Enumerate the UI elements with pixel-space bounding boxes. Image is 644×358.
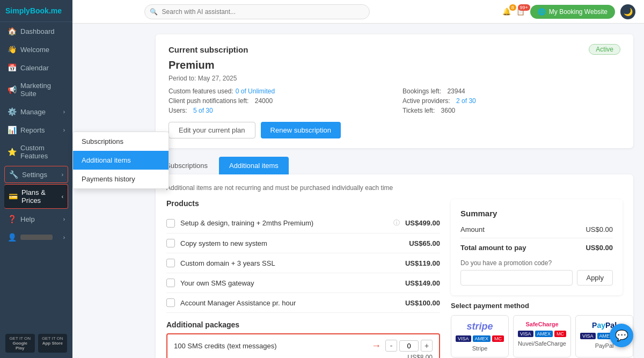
user-icon: 👤 (8, 233, 16, 242)
promo-input[interactable] (460, 270, 573, 286)
providers-stat: Active providers: 2 of 30 (402, 97, 620, 105)
custom-features-value[interactable]: 0 of Unlimited (236, 87, 275, 95)
sidebar-item-custom[interactable]: ⭐ Custom Features (0, 139, 72, 165)
stripe-logo: stripe (467, 321, 493, 332)
product-name-2: Custom domain + 3 years SSL (180, 259, 400, 267)
sidebar-item-label: Reports (20, 126, 45, 134)
product-checkbox-3[interactable] (166, 279, 175, 287)
package-name-0: 100 SMS credits (text messages) (174, 342, 367, 350)
push-notif-stat: Client push notifications left: 24000 (169, 97, 386, 105)
products-title: Products (166, 199, 440, 208)
google-play-badge[interactable]: GET IT ONGoogle Play (5, 334, 35, 353)
amex-icon: AMEX (535, 331, 553, 337)
globe-icon: 🌐 (538, 8, 546, 16)
custom-features-stat: Custom features used: 0 of Unlimited (169, 87, 386, 95)
info-icon-0[interactable]: ⓘ (393, 218, 400, 228)
sidebar-item-calendar[interactable]: 📅 Calendar (0, 59, 72, 77)
bookings-label: Bookings left: (402, 87, 441, 95)
product-price-4: US$100.00 (405, 299, 440, 307)
promo-section: Do you have a promotion code? Apply (460, 259, 613, 286)
payment-safecharge[interactable]: SafeCharge VISA AMEX MC Nuvei/SafeCharge (513, 315, 571, 357)
product-checkbox-0[interactable] (166, 219, 175, 228)
stripe-cards: VISA AMEX MC (456, 335, 504, 342)
tab-content: Additional items are not recurring and m… (156, 174, 633, 358)
dark-mode-toggle[interactable]: 🌙 (620, 4, 635, 19)
my-booking-btn[interactable]: 🌐 My Booking Website (530, 5, 615, 19)
chevron-left-icon: ‹ (62, 194, 63, 200)
messages-icon[interactable]: 📋 99+ (516, 8, 525, 16)
payment-section: Select payment method stripe VISA AMEX M… (451, 302, 623, 358)
users-value[interactable]: 5 of 30 (193, 107, 213, 114)
search-input[interactable] (144, 4, 370, 19)
app-store-badge[interactable]: GET IT ONApp Store (38, 334, 68, 353)
sidebar-item-label: Plans & Prices (21, 188, 57, 204)
sidebar-item-settings[interactable]: 🔧 Settings › (4, 166, 68, 183)
reports-icon: 📊 (8, 126, 16, 134)
bookings-stat: Bookings left: 23944 (402, 87, 620, 95)
sidebar-item-label: Help (20, 215, 35, 223)
manage-icon: ⚙️ (8, 107, 16, 116)
product-checkbox-4[interactable] (166, 298, 175, 307)
product-name-3: Your own SMS gateway (180, 279, 400, 287)
sidebar-footer: GET IT ONGoogle Play GET IT ONApp Store (0, 328, 72, 358)
amount-value: US$0.00 (586, 225, 613, 233)
notification-bell[interactable]: 🔔 8 (502, 8, 511, 16)
product-price-3: US$149.00 (405, 279, 440, 287)
edit-plan-button[interactable]: Edit your current plan (169, 122, 255, 138)
tab-additional-items[interactable]: Additional items (219, 157, 289, 174)
product-checkbox-2[interactable] (166, 259, 175, 267)
sidebar-item-dashboard[interactable]: 🏠 Dashboard (0, 22, 72, 40)
plans-dropdown-menu: Subscriptions Additional items Payments … (72, 131, 169, 189)
amount-label: Amount (460, 225, 485, 233)
sidebar-item-reports[interactable]: 📊 Reports › (0, 121, 72, 139)
dropdown-subscriptions[interactable]: Subscriptions (73, 132, 169, 151)
tabs: Subscriptions Additional items (156, 157, 633, 174)
sidebar-item-label: Welcome (20, 46, 49, 54)
paypal-label: PayPal (595, 342, 614, 349)
qty-input-0[interactable] (399, 340, 419, 352)
custom-icon: ⭐ (8, 148, 16, 156)
logo-text: SimplyBook.me (5, 6, 62, 15)
product-name-4: Account Manager Assistance pr. hour (180, 299, 400, 307)
payment-methods-grid: stripe VISA AMEX MC Stripe SafeCharge (451, 315, 623, 358)
total-label: Total amount to pay (460, 244, 526, 252)
status-badge: Active (589, 44, 620, 55)
plan-period: Period to: May 27, 2025 (169, 75, 620, 82)
product-checkbox-1[interactable] (166, 239, 175, 247)
dropdown-payments-history[interactable]: Payments history (73, 170, 169, 188)
payment-stripe[interactable]: stripe VISA AMEX MC Stripe (451, 315, 509, 357)
product-item: Account Manager Assistance pr. hour US$1… (166, 293, 440, 313)
sidebar-item-marketing[interactable]: 📢 Marketing Suite (0, 77, 72, 103)
sidebar-item-help[interactable]: ❓ Help › (0, 210, 72, 228)
users-label: Users: (169, 107, 187, 114)
apply-button[interactable]: Apply (577, 270, 613, 286)
messages-count: 99+ (518, 4, 530, 11)
package-item-0: 100 SMS credits (text messages) → - + US… (166, 333, 440, 358)
sidebar-item-welcome[interactable]: 👋 Welcome (0, 40, 72, 59)
qty-decrease-btn-0[interactable]: - (385, 340, 397, 352)
logo: SimplyBook.me (0, 0, 72, 22)
promo-label: Do you have a promotion code? (460, 259, 613, 267)
plans-icon: 💳 (9, 192, 17, 201)
renew-subscription-button[interactable]: Renew subscription (261, 122, 341, 138)
topbar-right: 🔔 8 📋 99+ 🌐 My Booking Website 🌙 (502, 4, 635, 19)
payment-title: Select payment method (451, 302, 623, 310)
sidebar-item-label: Custom Features (20, 144, 65, 160)
chat-button[interactable]: 💬 (610, 324, 633, 347)
sidebar-item-plans[interactable]: 💳 Plans & Prices ‹ (4, 184, 68, 209)
qty-increase-btn-0[interactable]: + (421, 340, 433, 352)
notification-count: 8 (509, 4, 516, 11)
search-icon: 🔍 (150, 8, 158, 16)
col-right: Summary Amount US$0.00 Total amount to p… (451, 199, 623, 358)
summary-amount-row: Amount US$0.00 (460, 225, 613, 233)
push-notif-label: Client push notifications left: (169, 97, 248, 105)
summary-total-row: Total amount to pay US$0.00 (460, 238, 613, 252)
providers-value[interactable]: 2 of 30 (456, 97, 476, 105)
sidebar-item-manage[interactable]: ⚙️ Manage › (0, 103, 72, 121)
summary-title: Summary (460, 209, 613, 218)
sidebar: SimplyBook.me 🏠 Dashboard 👋 Welcome 📅 Ca… (0, 0, 72, 358)
sidebar-item-user[interactable]: 👤 › (0, 228, 72, 246)
plan-name: Premium (169, 59, 620, 71)
mc-icon: MC (554, 331, 566, 337)
dropdown-additional-items[interactable]: Additional items (73, 151, 169, 170)
